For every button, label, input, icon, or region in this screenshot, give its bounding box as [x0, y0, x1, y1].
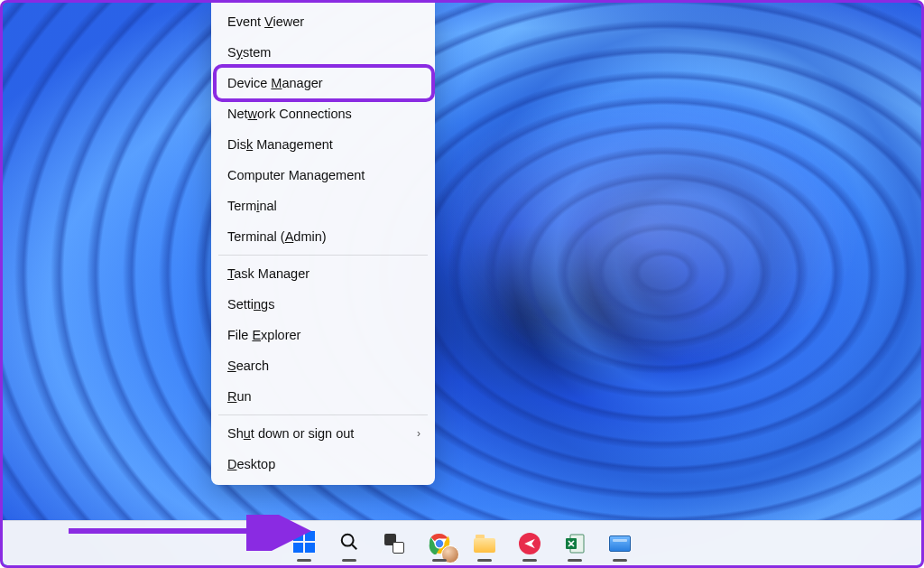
- menu-item-desktop[interactable]: Desktop: [211, 449, 435, 480]
- search-button[interactable]: [331, 526, 367, 562]
- menu-item-label: Event Viewer: [227, 14, 304, 29]
- menu-item-shut-down-or-sign-out[interactable]: Shut down or sign out›: [211, 418, 435, 449]
- menu-separator: [218, 414, 428, 415]
- menu-item-label: Run: [227, 389, 252, 404]
- menu-item-label: Device Manager: [227, 76, 323, 90]
- svg-point-8: [436, 539, 443, 546]
- search-icon: [339, 532, 359, 554]
- menu-item-label: Task Manager: [227, 266, 310, 281]
- menu-item-label: Settings: [227, 297, 274, 312]
- chrome-app[interactable]: [421, 526, 457, 562]
- chevron-right-icon: ›: [417, 427, 420, 440]
- menu-item-label: Disk Management: [227, 137, 333, 152]
- svg-point-4: [342, 535, 354, 546]
- menu-item-computer-management[interactable]: Computer Management: [211, 160, 435, 191]
- desktop-wallpaper: [3, 3, 921, 565]
- menu-item-run[interactable]: Run: [211, 381, 435, 412]
- legacy-window-icon: [609, 535, 631, 552]
- menu-item-label: Network Connections: [227, 107, 352, 121]
- menu-item-settings[interactable]: Settings: [211, 289, 435, 320]
- menu-item-label: Desktop: [227, 457, 275, 471]
- menu-item-disk-management[interactable]: Disk Management: [211, 129, 435, 160]
- file-explorer-app[interactable]: [467, 526, 503, 562]
- menu-item-label: Terminal: [227, 199, 277, 213]
- legacy-app[interactable]: [602, 526, 638, 562]
- excel-app[interactable]: [557, 526, 593, 562]
- menu-separator: [218, 255, 428, 256]
- menu-item-label: Shut down or sign out: [227, 426, 354, 441]
- messaging-app[interactable]: [512, 526, 548, 562]
- menu-item-file-explorer[interactable]: File Explorer: [211, 320, 435, 350]
- task-view-button[interactable]: [376, 526, 412, 562]
- task-view-icon: [384, 534, 404, 554]
- excel-icon: [564, 533, 586, 554]
- menu-item-system[interactable]: System: [211, 37, 435, 68]
- menu-item-search[interactable]: Search: [211, 350, 435, 381]
- menu-item-label: System: [227, 45, 271, 60]
- menu-item-terminal[interactable]: Terminal: [211, 191, 435, 221]
- menu-item-device-manager[interactable]: Device Manager: [217, 68, 431, 98]
- annotation-arrow: [61, 515, 314, 551]
- file-explorer-icon: [474, 535, 495, 553]
- menu-item-network-connections[interactable]: Network Connections: [211, 98, 435, 129]
- menu-item-terminal-admin[interactable]: Terminal (Admin): [211, 221, 435, 252]
- winx-power-menu: Event ViewerSystemDevice ManagerNetwork …: [211, 3, 435, 485]
- menu-item-label: File Explorer: [227, 328, 300, 342]
- menu-item-label: Computer Management: [227, 168, 365, 182]
- svg-line-5: [352, 545, 356, 549]
- menu-item-label: Terminal (Admin): [227, 229, 327, 244]
- profile-avatar-badge: [441, 545, 459, 563]
- menu-item-event-viewer[interactable]: Event Viewer: [211, 6, 435, 37]
- menu-item-label: Search: [227, 358, 269, 373]
- send-icon: [519, 533, 541, 554]
- menu-item-task-manager[interactable]: Task Manager: [211, 258, 435, 289]
